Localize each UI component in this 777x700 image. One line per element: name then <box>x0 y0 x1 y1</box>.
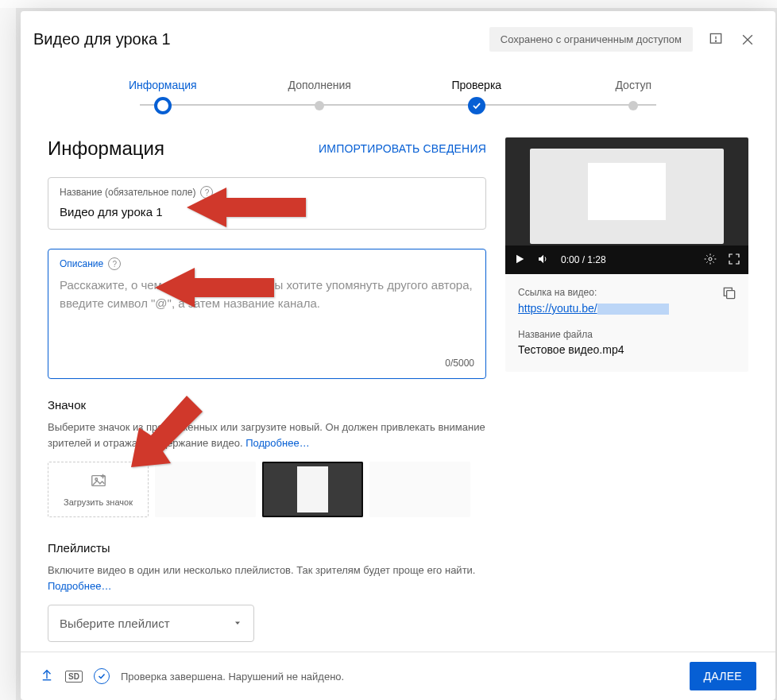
upload-icon <box>40 667 54 685</box>
step-checks-dot <box>468 97 485 114</box>
step-visibility-dot <box>628 101 638 110</box>
description-textarea[interactable] <box>60 277 474 348</box>
thumbnail-option-2[interactable] <box>262 462 363 517</box>
settings-icon[interactable] <box>704 253 717 268</box>
step-info-dot <box>154 97 172 114</box>
svg-rect-13 <box>727 291 735 299</box>
help-icon[interactable]: ? <box>108 257 121 270</box>
info-heading: Информация <box>48 137 319 160</box>
thumbnail-more-link[interactable]: Подробнее… <box>245 437 309 449</box>
thumbnail-row: Загрузить значок <box>48 462 486 517</box>
video-link-label: Ссылка на видео: <box>518 287 736 298</box>
step-visibility[interactable]: Доступ <box>555 79 713 106</box>
volume-icon[interactable] <box>537 253 550 268</box>
title-label-text: Название (обязательное поле) <box>60 187 195 198</box>
upload-thumbnail-label: Загрузить значок <box>64 497 133 507</box>
dialog-body: Информация ИМПОРТИРОВАТЬ СВЕДЕНИЯ Назван… <box>21 106 775 652</box>
svg-marker-11 <box>539 254 543 263</box>
check-complete-icon <box>94 668 110 684</box>
copy-link-button[interactable] <box>721 285 737 304</box>
title-field-label: Название (обязательное поле) ? <box>60 186 474 199</box>
video-controls: 0:00 / 1:28 <box>505 246 748 274</box>
save-status-badge: Сохранено с ограниченным доступом <box>489 27 693 52</box>
background-sidebar <box>0 0 16 700</box>
playlist-heading: Плейлисты <box>48 541 486 555</box>
video-link[interactable]: https://youtu.be/ <box>518 302 669 315</box>
title-input[interactable] <box>60 205 474 219</box>
playlist-desc-text: Включите видео в один или несколько плей… <box>48 564 475 576</box>
svg-point-12 <box>709 257 712 261</box>
close-icon[interactable] <box>739 31 756 48</box>
preview-card: 0:00 / 1:28 Ссылка на видео: https://you… <box>505 137 748 372</box>
playlist-select[interactable]: Выберите плейлист <box>48 605 254 642</box>
video-time: 0:00 / 1:28 <box>561 254 606 265</box>
stepper-line <box>140 104 656 106</box>
playlist-description: Включите видео в один или несколько плей… <box>48 563 486 594</box>
stepper: Информация Дополнения Проверка Доступ <box>21 64 775 106</box>
thumbnail-option-3[interactable] <box>369 462 470 517</box>
right-column: 0:00 / 1:28 Ссылка на видео: https://you… <box>505 137 748 644</box>
description-char-count: 0/5000 <box>60 358 474 369</box>
video-link-text: https://youtu.be/ <box>518 302 597 315</box>
fullscreen-icon[interactable] <box>728 253 740 268</box>
video-preview[interactable]: 0:00 / 1:28 <box>505 137 748 274</box>
svg-marker-9 <box>235 622 240 625</box>
left-column: Информация ИМПОРТИРОВАТЬ СВЕДЕНИЯ Назван… <box>48 137 486 644</box>
description-label-text: Описание <box>60 258 103 269</box>
redacted-id <box>597 304 669 315</box>
dialog-title: Видео для урока 1 <box>33 30 489 48</box>
upload-dialog: Видео для урока 1 Сохранено с ограниченн… <box>21 11 775 700</box>
description-field-label: Описание ? <box>60 257 474 270</box>
thumbnail-description: Выберите значок из предложенных или загр… <box>48 420 486 451</box>
playlist-more-link[interactable]: Подробнее… <box>48 580 111 592</box>
import-details-button[interactable]: ИМПОРТИРОВАТЬ СВЕДЕНИЯ <box>319 142 486 155</box>
step-checks[interactable]: Проверка <box>398 79 555 106</box>
chevron-down-icon <box>233 617 242 630</box>
file-name-value: Тестовое видео.mp4 <box>518 343 736 356</box>
dialog-header: Видео для урока 1 Сохранено с ограниченн… <box>21 11 775 64</box>
video-preview-thumbnail <box>530 149 725 244</box>
thumbnail-heading: Значок <box>48 398 486 412</box>
next-button[interactable]: ДАЛЕЕ <box>690 662 757 690</box>
background-topbar <box>0 0 777 8</box>
upload-thumbnail-button[interactable]: Загрузить значок <box>48 462 149 517</box>
preview-meta: Ссылка на видео: https://youtu.be/ Назва… <box>505 274 748 372</box>
step-elements[interactable]: Дополнения <box>242 79 399 106</box>
help-icon[interactable]: ? <box>200 186 213 199</box>
thumbnail-option-1[interactable] <box>155 462 256 517</box>
title-field[interactable]: Название (обязательное поле) ? <box>48 177 486 230</box>
file-name-label: Название файла <box>518 329 736 340</box>
feedback-icon[interactable] <box>707 31 725 48</box>
dialog-footer: SD Проверка завершена. Нарушений не найд… <box>21 652 775 700</box>
description-field[interactable]: Описание ? 0/5000 <box>48 249 486 379</box>
footer-status-text: Проверка завершена. Нарушений не найдено… <box>121 671 344 683</box>
playlist-select-label: Выберите плейлист <box>60 617 170 630</box>
sd-badge: SD <box>65 671 83 683</box>
step-elements-dot <box>315 101 324 110</box>
footer-status-group: SD Проверка завершена. Нарушений не найд… <box>40 667 344 685</box>
step-info[interactable]: Информация <box>84 79 242 106</box>
upload-image-icon <box>90 472 107 493</box>
svg-point-2 <box>716 41 717 41</box>
info-header: Информация ИМПОРТИРОВАТЬ СВЕДЕНИЯ <box>48 137 486 160</box>
svg-marker-10 <box>516 254 524 263</box>
play-icon[interactable] <box>513 253 526 268</box>
